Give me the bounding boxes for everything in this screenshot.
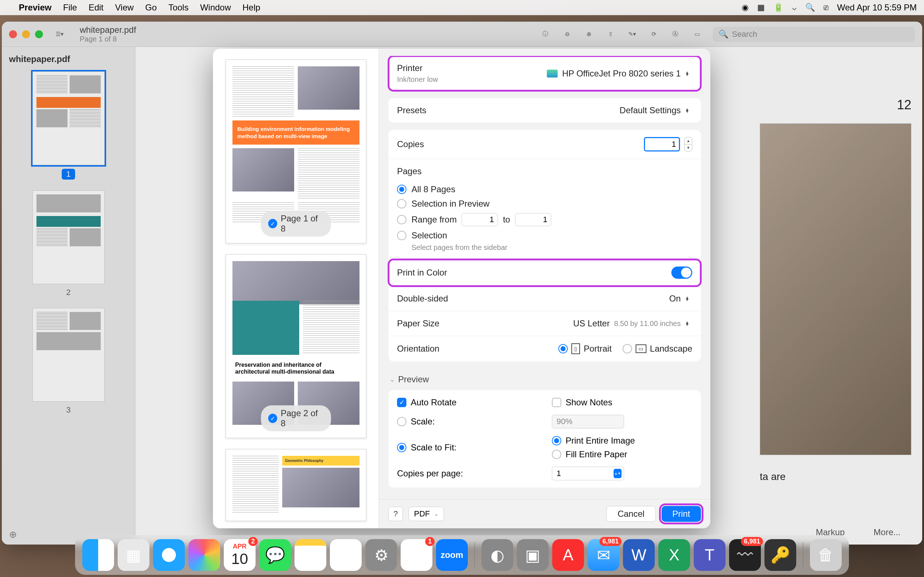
dock-app-1[interactable]: ◐ bbox=[481, 539, 513, 571]
zoom-out-icon[interactable]: ⊖ bbox=[561, 29, 573, 40]
close-window-button[interactable] bbox=[9, 30, 17, 38]
copies-input[interactable] bbox=[644, 137, 680, 152]
help-button[interactable]: ? bbox=[388, 507, 403, 521]
preview-section-header[interactable]: ⌄ Preview bbox=[388, 369, 701, 390]
menu-tools[interactable]: Tools bbox=[168, 3, 188, 13]
auto-rotate-checkbox[interactable]: ✓ Auto Rotate bbox=[397, 397, 538, 408]
dock-launchpad[interactable]: ▦ bbox=[118, 539, 149, 571]
copies-per-page-label: Copies per page: bbox=[397, 469, 463, 479]
copies-per-page-select[interactable]: 1 ▲▼ bbox=[552, 467, 624, 480]
range-to-input[interactable] bbox=[515, 213, 551, 226]
sidebar-toggle-icon[interactable]: ☰▾ bbox=[54, 29, 65, 40]
zoom-in-icon[interactable]: ⊕ bbox=[583, 29, 594, 40]
window-titlebar: ☰▾ whitepaper.pdf Page 1 of 8 ⓘ ⊖ ⊕ ⇧ ✎▾… bbox=[2, 22, 922, 47]
dock-keychain[interactable]: 🔑 bbox=[764, 539, 796, 571]
menu-extra-icon[interactable]: ▦ bbox=[757, 3, 765, 12]
print-preview-page-3[interactable]: Geometric Philosophy bbox=[226, 449, 366, 521]
scale-radio[interactable]: Scale: bbox=[397, 415, 538, 429]
radio-icon bbox=[397, 185, 406, 194]
show-notes-label: Show Notes bbox=[565, 397, 612, 408]
fill-entire-paper-radio[interactable]: Fill Entire Paper bbox=[552, 449, 692, 459]
highlight-icon[interactable]: ✎▾ bbox=[626, 29, 638, 40]
print-entire-image-radio[interactable]: Print Entire Image bbox=[552, 436, 692, 446]
page-badge-1-label: Page 1 of 8 bbox=[281, 213, 324, 234]
radio-icon bbox=[397, 443, 406, 452]
app-name[interactable]: Preview bbox=[19, 3, 52, 13]
clock[interactable]: Wed Apr 10 5:59 PM bbox=[837, 3, 917, 13]
info-icon[interactable]: ⓘ bbox=[540, 29, 551, 40]
select-arrows-icon: ▲▼ bbox=[614, 469, 622, 478]
print-button-highlighted[interactable]: Print bbox=[662, 506, 701, 522]
orientation-landscape-radio[interactable]: ▭ Landscape bbox=[623, 344, 692, 354]
cancel-button[interactable]: Cancel bbox=[606, 506, 656, 522]
thumbnail-1[interactable] bbox=[32, 71, 105, 165]
pages-all-radio[interactable]: All 8 Pages bbox=[397, 182, 692, 197]
spotlight-icon[interactable]: 🔍 bbox=[805, 3, 815, 12]
grammarly-icon[interactable]: ◉ bbox=[742, 3, 749, 12]
menu-file[interactable]: File bbox=[63, 3, 77, 13]
dock-mail[interactable]: ✉6,981 bbox=[588, 539, 619, 571]
menu-go[interactable]: Go bbox=[145, 3, 157, 13]
dock-trash[interactable]: 🗑 bbox=[810, 539, 842, 571]
print-preview-page-1[interactable]: Building environment information modelin… bbox=[226, 60, 366, 243]
minimize-window-button[interactable] bbox=[22, 30, 30, 38]
zoom-window-button[interactable] bbox=[35, 30, 43, 38]
dock-app-3[interactable]: 〰6,981 bbox=[729, 539, 761, 571]
menu-window[interactable]: Window bbox=[200, 3, 231, 13]
dock-finder[interactable] bbox=[82, 539, 114, 571]
dropdown-arrows-icon: ▲▼ bbox=[685, 319, 692, 328]
pdf-dropdown-button[interactable]: PDF ⌄ bbox=[409, 507, 444, 521]
dock-zoom[interactable]: zoom bbox=[436, 539, 468, 571]
range-from-input[interactable] bbox=[462, 213, 498, 226]
dock-teams[interactable]: T bbox=[694, 539, 725, 571]
share-icon[interactable]: ⇧ bbox=[604, 29, 616, 40]
printer-select[interactable]: HP OfficeJet Pro 8020 series 1 ▲▼ bbox=[547, 69, 692, 79]
dock-app-2[interactable]: ▣ bbox=[517, 539, 549, 571]
pages-selection-radio[interactable]: Selection bbox=[397, 228, 692, 243]
dock-calendar[interactable]: APR 10 2 bbox=[224, 539, 255, 571]
wifi-icon[interactable]: ⌵ bbox=[792, 3, 796, 12]
orientation-portrait-radio[interactable]: ▯ Portrait bbox=[558, 343, 611, 354]
duplex-select[interactable]: On ▲▼ bbox=[669, 293, 692, 304]
battery-icon[interactable]: 🔋 bbox=[774, 3, 783, 12]
add-page-button[interactable]: ⊕ bbox=[9, 529, 17, 540]
checkbox-icon: ✓ bbox=[397, 398, 406, 407]
dock-word[interactable]: W bbox=[623, 539, 655, 571]
paper-size-select[interactable]: US Letter 8.50 by 11.00 inches ▲▼ bbox=[573, 318, 692, 329]
radio-icon bbox=[623, 344, 632, 353]
presets-select[interactable]: Default Settings ▲▼ bbox=[620, 105, 692, 115]
print-color-toggle[interactable] bbox=[671, 266, 692, 279]
menu-edit[interactable]: Edit bbox=[89, 3, 103, 13]
dock-photos[interactable] bbox=[188, 539, 220, 571]
markup-icon[interactable]: Ⓐ bbox=[670, 29, 681, 40]
pages-selection-preview-radio[interactable]: Selection in Preview bbox=[397, 197, 692, 211]
search-input[interactable]: 🔍 Search bbox=[713, 27, 915, 42]
menu-view[interactable]: View bbox=[115, 3, 134, 13]
dock-messages[interactable]: 💬 bbox=[259, 539, 291, 571]
scale-to-fit-radio[interactable]: Scale to Fit: bbox=[397, 436, 538, 459]
dialog-footer: ? PDF ⌄ Cancel Print bbox=[379, 499, 710, 528]
scale-input[interactable] bbox=[552, 415, 624, 429]
printer-group-highlighted: Printer Ink/toner low HP OfficeJet Pro 8… bbox=[388, 56, 701, 91]
dock-safari[interactable] bbox=[153, 539, 185, 571]
more-link[interactable]: More... bbox=[874, 527, 901, 537]
show-notes-checkbox[interactable]: Show Notes bbox=[552, 397, 692, 408]
pages-range-radio[interactable]: Range from to bbox=[397, 211, 692, 228]
thumbnail-3-number: 3 bbox=[9, 405, 128, 415]
print-preview-page-2[interactable]: Preservation and inheritance of architec… bbox=[226, 254, 366, 438]
dock-chrome[interactable]: ◯1 bbox=[401, 539, 432, 571]
dock-settings[interactable]: ⚙ bbox=[365, 539, 397, 571]
dock-acrobat[interactable]: A bbox=[552, 539, 584, 571]
dock-excel[interactable]: X bbox=[658, 539, 690, 571]
thumbnail-2[interactable] bbox=[32, 190, 105, 284]
form-icon[interactable]: ▭ bbox=[691, 29, 703, 40]
dock-freeform[interactable]: 〰 bbox=[330, 539, 362, 571]
menu-help[interactable]: Help bbox=[242, 3, 260, 13]
page-badge-2-label: Page 2 of 8 bbox=[281, 408, 324, 429]
control-center-icon[interactable]: ⎚ bbox=[824, 3, 828, 12]
pages-all-label: All 8 Pages bbox=[412, 184, 455, 194]
thumbnail-3[interactable] bbox=[32, 308, 105, 402]
rotate-icon[interactable]: ⟳ bbox=[648, 29, 659, 40]
copies-stepper[interactable]: ▲▼ bbox=[684, 137, 692, 152]
dock-notes[interactable] bbox=[294, 539, 326, 571]
